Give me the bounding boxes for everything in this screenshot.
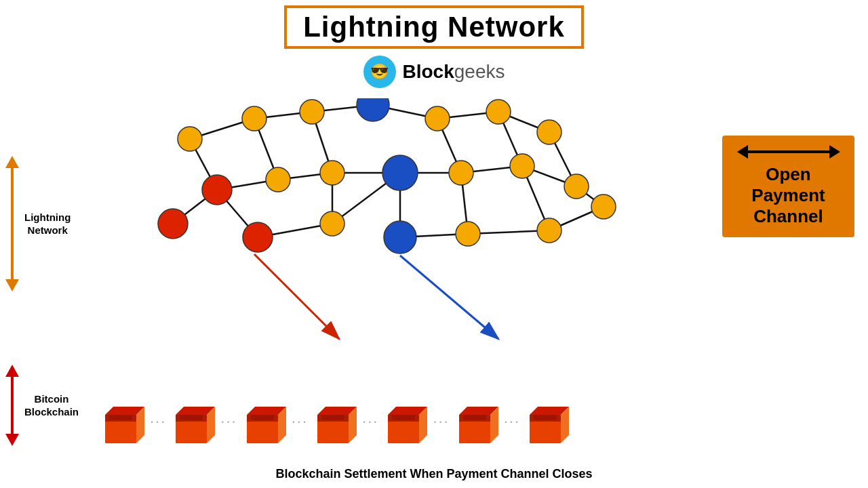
arrow-shaft-red bbox=[11, 377, 14, 434]
svg-rect-74 bbox=[317, 415, 349, 422]
svg-rect-89 bbox=[530, 415, 561, 422]
svg-point-39 bbox=[320, 161, 344, 185]
svg-rect-64 bbox=[176, 415, 207, 422]
ln-label-text: Lightning Network bbox=[24, 211, 71, 237]
svg-point-37 bbox=[202, 175, 232, 205]
svg-point-43 bbox=[564, 174, 589, 199]
svg-point-32 bbox=[300, 100, 324, 124]
arrow-shaft bbox=[11, 168, 14, 279]
arrow-up-red-icon bbox=[5, 365, 19, 377]
page-title: Lightning Network bbox=[303, 11, 565, 43]
ln-arrow bbox=[5, 156, 19, 291]
svg-point-38 bbox=[266, 167, 290, 192]
logo-light: geeks bbox=[454, 61, 505, 82]
opc-label: Open Payment Channel bbox=[730, 164, 846, 228]
blockgeeks-icon: 😎 bbox=[363, 56, 396, 88]
svg-point-46 bbox=[320, 211, 344, 236]
blockchain-block: ··· bbox=[452, 400, 523, 449]
blockchain-block bbox=[523, 400, 572, 449]
svg-point-49 bbox=[537, 218, 561, 243]
blockchain-row: ··· ··· ··· ··· bbox=[98, 400, 572, 449]
btc-label-text: Bitcoin Blockchain bbox=[24, 392, 79, 419]
svg-point-34 bbox=[425, 106, 450, 131]
blockchain-block: ··· bbox=[169, 400, 239, 449]
svg-point-45 bbox=[243, 222, 273, 252]
svg-line-54 bbox=[400, 256, 498, 339]
blockchain-block: ··· bbox=[381, 400, 452, 449]
svg-point-40 bbox=[382, 155, 418, 190]
chain-dots: ··· bbox=[362, 413, 378, 436]
chain-dots: ··· bbox=[220, 413, 237, 436]
arrow-left-icon bbox=[737, 145, 748, 159]
logo-bold: Block bbox=[403, 61, 454, 82]
arrow-down-icon bbox=[5, 279, 19, 291]
btc-arrow bbox=[5, 365, 19, 446]
chain-dots: ··· bbox=[504, 413, 520, 436]
blockchain-block: ··· bbox=[311, 400, 381, 449]
arrow-down-red-icon bbox=[5, 434, 19, 446]
svg-point-36 bbox=[537, 120, 561, 144]
svg-point-33 bbox=[357, 98, 389, 121]
svg-point-41 bbox=[449, 161, 473, 185]
svg-point-47 bbox=[384, 221, 416, 253]
blockchain-block: ··· bbox=[240, 400, 311, 449]
bitcoin-blockchain-label: Bitcoin Blockchain bbox=[5, 365, 79, 446]
open-payment-channel-box: Open Payment Channel bbox=[722, 136, 854, 237]
svg-rect-84 bbox=[459, 415, 490, 422]
arrow-shaft-horiz bbox=[748, 150, 829, 153]
blockgeeks-logo: Blockgeeks bbox=[403, 61, 505, 83]
blockchain-block: ··· bbox=[98, 400, 169, 449]
lightning-network-label: Lightning Network bbox=[5, 156, 71, 291]
svg-point-44 bbox=[158, 209, 188, 239]
svg-point-30 bbox=[178, 127, 202, 151]
chain-dots: ··· bbox=[433, 413, 449, 436]
svg-point-42 bbox=[510, 154, 534, 178]
bidirectional-arrow-icon bbox=[730, 145, 846, 159]
svg-rect-69 bbox=[247, 415, 278, 422]
network-diagram bbox=[108, 98, 665, 356]
svg-point-35 bbox=[486, 100, 511, 124]
svg-point-50 bbox=[591, 195, 616, 219]
svg-line-53 bbox=[254, 254, 339, 339]
title-area: Lightning Network bbox=[0, 0, 868, 49]
logo-area: 😎 Blockgeeks bbox=[0, 56, 868, 88]
title-box: Lightning Network bbox=[284, 5, 584, 49]
arrow-right-icon bbox=[829, 145, 840, 159]
bottom-caption: Blockchain Settlement When Payment Chann… bbox=[0, 467, 868, 481]
svg-point-48 bbox=[456, 222, 480, 246]
svg-point-31 bbox=[242, 106, 267, 131]
arrow-up-icon bbox=[5, 156, 19, 168]
svg-rect-79 bbox=[388, 415, 419, 422]
svg-rect-59 bbox=[105, 415, 136, 422]
chain-dots: ··· bbox=[150, 413, 166, 436]
chain-dots: ··· bbox=[292, 413, 308, 436]
